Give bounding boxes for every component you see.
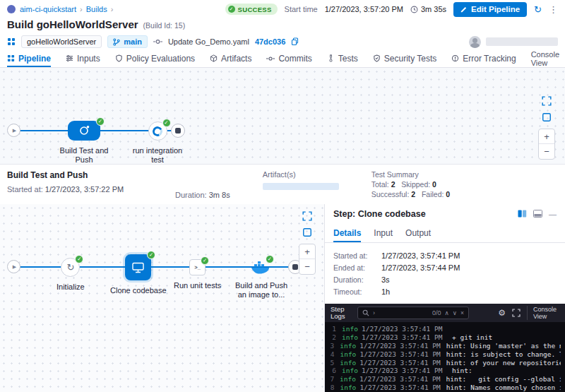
pipeline-end-node[interactable] (171, 124, 185, 138)
inputs-icon (66, 54, 73, 62)
tab-error-tracking[interactable]: Error Tracking (451, 49, 516, 67)
step-label[interactable]: Initialize (56, 283, 85, 292)
step-tab-input[interactable]: Input (374, 223, 393, 242)
success-check-icon: ✓ (96, 117, 105, 126)
check-icon: ✓ (228, 6, 235, 13)
error-tracking-icon (451, 54, 459, 62)
pencil-icon (460, 6, 468, 13)
tab-tests[interactable]: Tests (327, 49, 358, 67)
refresh-icon[interactable]: ↻ (534, 5, 542, 14)
tab-policy-evaluations[interactable]: Policy Evaluations (115, 49, 195, 67)
log-search-input[interactable]: › 0/0 ∧ ∨ × (357, 307, 469, 319)
edit-pipeline-button[interactable]: Edit Pipeline (453, 2, 527, 17)
step-label[interactable]: Build and Push an image to... (230, 281, 292, 299)
log-line: 2info1/27/2023 3:57:41 PM+ git init (329, 333, 561, 342)
branch-chip[interactable]: main (107, 35, 148, 48)
more-menu-icon[interactable]: ⋮ (549, 4, 558, 15)
log-line: 6info1/27/2023 3:57:41 PMhint: (329, 367, 561, 375)
console-view-button[interactable]: Console View (527, 306, 559, 320)
breadcrumb-project[interactable]: aim-ci-quickstart (20, 5, 76, 13)
branch-name: main (124, 37, 142, 46)
artifacts-cube-icon (210, 54, 218, 62)
fit-view-icon[interactable] (542, 112, 552, 122)
log-fullscreen-icon[interactable] (512, 309, 521, 317)
search-next-icon[interactable]: ∨ (453, 309, 457, 316)
security-shield-icon (373, 54, 381, 62)
layout-bottom-icon[interactable] (533, 210, 542, 218)
minimize-icon[interactable]: — (549, 210, 557, 218)
pipeline-start-node[interactable]: ▶ (7, 124, 20, 137)
test-summary-label: Test Summary (371, 170, 451, 179)
tests-flask-icon (327, 54, 335, 62)
zoom-out-button[interactable]: − (299, 259, 315, 274)
step-node-run-unit-tests[interactable]: >_ ✓ (189, 259, 206, 275)
chevron-right-icon: › (111, 5, 114, 13)
log-settings-gear-icon[interactable]: ⚙ (498, 308, 506, 318)
step-graph-canvas[interactable]: ▶ ↻ ✓ Initialize ✓ Clone codebase >_ ✓ R… (0, 204, 325, 392)
fullscreen-icon[interactable] (542, 96, 552, 106)
initialize-sync-icon: ↻ (66, 263, 74, 272)
tab-artifacts[interactable]: Artifacts (210, 49, 251, 67)
start-time-value: 1/27/2023, 3:57:20 PM (325, 5, 403, 13)
stage-node-run-integration-test[interactable]: ✓ (148, 121, 167, 141)
zoom-in-button[interactable]: + (539, 129, 554, 144)
step-panel-title: Step: Clone codebase (333, 209, 426, 219)
status-text: SUCCESS (238, 6, 272, 13)
stage-label[interactable]: Build Test and Push (55, 146, 113, 165)
step-node-initialize[interactable]: ↻ ✓ (61, 258, 80, 277)
stage-label[interactable]: run integration test (129, 146, 186, 165)
success-check-icon: ✓ (147, 251, 155, 259)
user-avatar[interactable] (469, 36, 481, 48)
pipeline-icon (7, 54, 15, 62)
log-line: 8info1/27/2023 3:57:41 PMhint: Names com… (329, 384, 561, 392)
breadcrumb-builds[interactable]: Builds (86, 5, 107, 13)
console-title: Step Logs (331, 306, 352, 321)
build-id: (Build Id: 15) (143, 21, 186, 30)
success-check-icon: ✓ (75, 255, 83, 263)
step-label[interactable]: Run unit tests (174, 281, 221, 290)
steps-start-node[interactable]: ▶ (7, 260, 20, 273)
search-prev-icon[interactable]: ∧ (445, 309, 449, 316)
commit-message[interactable]: Update Go_Demo.yaml (168, 37, 249, 46)
start-time-label: Start time (285, 5, 318, 13)
step-detail-panel: Step: Clone codebase — Details Input Out… (325, 204, 565, 392)
artifact-value-redacted[interactable] (263, 183, 339, 190)
tab-pipeline[interactable]: Pipeline (7, 49, 51, 67)
step-node-build-push-image[interactable]: ✓ (250, 259, 273, 275)
main-tabs: Pipeline Inputs Policy Evaluations Artif… (0, 49, 565, 68)
search-close-icon[interactable]: × (460, 309, 464, 316)
stage-graph-canvas[interactable]: ▶ ✓ Build Test and Push ✓ run integratio… (0, 68, 565, 165)
search-caret: › (373, 309, 375, 316)
step-node-clone-codebase[interactable]: ✓ (125, 254, 151, 280)
artifacts-label: Artifact(s) (263, 170, 339, 179)
chevron-right-icon: › (80, 5, 83, 13)
fit-view-icon[interactable] (302, 227, 312, 237)
stage-summary-title: Build Test and Push (7, 170, 161, 180)
repo-chip[interactable]: goHelloWorldServer (21, 35, 102, 48)
commit-hash[interactable]: 47dc036 (255, 37, 285, 46)
log-line: 5info1/27/2023 3:57:41 PMhint: of your n… (329, 358, 561, 367)
step-tab-details[interactable]: Details (333, 223, 361, 242)
integration-stage-icon (151, 125, 164, 138)
console-view-label: Console View (531, 50, 565, 67)
meta-bar: goHelloWorldServer main Update Go_Demo.y… (0, 34, 565, 49)
terminal-icon: >_ (194, 264, 201, 271)
zoom-out-button[interactable]: − (539, 144, 554, 159)
tab-commits[interactable]: Commits (266, 49, 311, 67)
stage-node-build-test-push[interactable]: ✓ (68, 121, 100, 141)
zoom-in-button[interactable]: + (299, 244, 315, 259)
log-lines[interactable]: 1info1/27/2023 3:57:41 PM 2info1/27/2023… (325, 322, 565, 392)
fullscreen-icon[interactable] (302, 211, 312, 221)
layout-right-icon[interactable] (518, 210, 527, 218)
repo-name: goHelloWorldServer (27, 37, 96, 46)
tab-inputs[interactable]: Inputs (66, 49, 100, 67)
tab-security-tests[interactable]: Security Tests (373, 49, 436, 67)
log-line: 3info1/27/2023 3:57:41 PMhint: Using 'ma… (329, 342, 561, 350)
copy-icon[interactable] (291, 37, 299, 46)
page-title: Build goHelloWorldServer (7, 18, 138, 30)
clock-icon (410, 6, 418, 13)
commit-icon (153, 38, 162, 45)
step-tab-output[interactable]: Output (405, 223, 431, 242)
step-label[interactable]: Clone codebase (110, 286, 167, 295)
title-bar: Build goHelloWorldServer (Build Id: 15) (0, 18, 565, 34)
